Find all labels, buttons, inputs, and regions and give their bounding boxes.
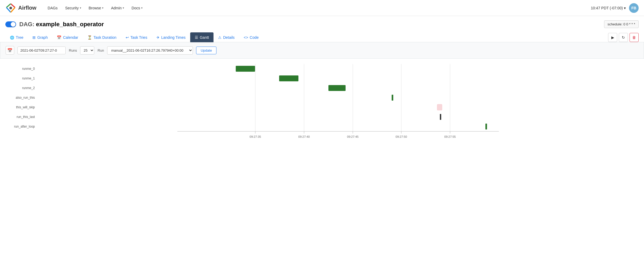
nav-item-browse[interactable]: Browse ▾ <box>85 4 107 12</box>
runs-select[interactable]: 25 <box>80 46 94 55</box>
brand-logo[interactable]: Airflow <box>5 3 36 13</box>
run-label: Run <box>98 48 104 52</box>
nav-item-dags[interactable]: DAGs <box>44 4 61 12</box>
bar-run-this-last[interactable] <box>440 114 441 120</box>
navbar: Airflow DAGs Security ▾ Browse ▾ Admin ▾… <box>0 0 644 16</box>
run-button[interactable]: ▶ <box>608 33 617 42</box>
tabs-bar: 🌐 runme_0 Tree ⊞ Graph 📅 Calendar ⏳ Task… <box>0 32 644 42</box>
gantt-svg: 09:27:35 09:27:40 09:27:45 09:27:50 09:2… <box>38 64 639 139</box>
nav-right: 10:47 PDT (-07:00) ▾ FB <box>591 3 639 13</box>
bar-runme-1[interactable] <box>279 75 298 81</box>
main-content: DAG: example_bash_operator schedule: 0 0… <box>0 16 644 148</box>
date-input[interactable] <box>17 47 66 54</box>
nav-item-docs[interactable]: Docs ▾ <box>128 4 146 12</box>
security-dropdown-arrow: ▾ <box>80 6 81 9</box>
bar-also-run-this[interactable] <box>392 95 393 101</box>
gantt-icon: ☰ <box>195 35 198 40</box>
tab-details[interactable]: ⚠ Details <box>214 32 239 42</box>
bar-runme-2[interactable] <box>328 85 346 91</box>
dag-title-row: DAG: example_bash_operator <box>5 21 104 28</box>
tab-calendar[interactable]: 📅 Calendar <box>52 32 83 42</box>
gantt-label-this-will-skip: this_will_skip <box>5 102 38 112</box>
svg-point-1 <box>9 7 12 9</box>
gantt-label-run-this-last: run_this_last <box>5 112 38 122</box>
bar-run-after-loop[interactable] <box>485 124 487 129</box>
gantt-labels: runme_0 runme_1 runme_2 also_run_this th… <box>5 64 38 139</box>
brand-name: Airflow <box>18 5 36 11</box>
avatar[interactable]: FB <box>629 3 639 13</box>
runs-label: Runs <box>69 48 77 52</box>
bar-this-will-skip[interactable] <box>437 104 442 110</box>
schedule-badge: schedule: 0 0 * * * <box>604 20 639 28</box>
gantt-label-runme-2: runme_2 <box>5 83 38 93</box>
nav-time[interactable]: 10:47 PDT (-07:00) ▾ <box>591 6 626 10</box>
svg-text:09:27:35: 09:27:35 <box>250 135 261 138</box>
gantt-container: runme_0 runme_1 runme_2 also_run_this th… <box>5 59 639 144</box>
dag-header: DAG: example_bash_operator schedule: 0 0… <box>5 20 639 28</box>
svg-text:09:27:40: 09:27:40 <box>298 135 310 138</box>
graph-icon: ⊞ <box>32 35 36 40</box>
svg-text:09:27:45: 09:27:45 <box>347 135 359 138</box>
nav-links: DAGs Security ▾ Browse ▾ Admin ▾ Docs ▾ <box>44 4 591 12</box>
task-duration-icon: ⏳ <box>87 35 92 40</box>
time-dropdown-arrow: ▾ <box>624 6 626 10</box>
delete-button[interactable]: 🗑 <box>630 33 639 42</box>
admin-dropdown-arrow: ▾ <box>123 6 124 9</box>
nav-item-admin[interactable]: Admin ▾ <box>108 4 127 12</box>
gantt-label-run-after-loop: run_after_loop <box>5 122 38 131</box>
tab-graph[interactable]: ⊞ Graph <box>28 32 52 42</box>
landing-times-icon: ✈ <box>156 35 160 40</box>
refresh-button[interactable]: ↻ <box>619 33 628 42</box>
calendar-picker-icon[interactable]: 📅 <box>6 46 14 55</box>
dag-toggle[interactable] <box>5 21 16 27</box>
tab-tree[interactable]: 🌐 runme_0 Tree <box>5 32 28 42</box>
run-select[interactable]: manual__2021-06-02T16:27:26.797940+00:00 <box>107 46 193 55</box>
bar-runme-0[interactable] <box>236 66 255 72</box>
gantt-chart-area: 09:27:35 09:27:40 09:27:45 09:27:50 09:2… <box>38 64 639 139</box>
tree-icon: 🌐 <box>10 36 14 40</box>
tab-task-tries[interactable]: ↩ Task Tries <box>121 32 152 42</box>
gantt-label-runme-1: runme_1 <box>5 74 38 83</box>
gantt-label-runme-0: runme_0 <box>5 64 38 74</box>
filters-bar: 📅 Runs 25 Run manual__2021-06-02T16:27:2… <box>0 42 644 59</box>
tab-landing-times[interactable]: ✈ Landing Times <box>152 32 190 42</box>
calendar-icon: 📅 <box>57 35 61 40</box>
browse-dropdown-arrow: ▾ <box>102 6 103 9</box>
svg-text:09:27:50: 09:27:50 <box>396 135 407 138</box>
airflow-logo-icon <box>5 3 16 13</box>
svg-text:09:27:55: 09:27:55 <box>444 135 456 138</box>
tabs: 🌐 runme_0 Tree ⊞ Graph 📅 Calendar ⏳ Task… <box>5 32 608 42</box>
docs-dropdown-arrow: ▾ <box>141 6 143 9</box>
code-icon: <> <box>244 35 248 40</box>
update-button[interactable]: Update <box>196 47 216 54</box>
tab-gantt[interactable]: ☰ Gantt <box>190 32 214 42</box>
nav-item-security[interactable]: Security ▾ <box>62 4 84 12</box>
gantt-label-also-run-this: also_run_this <box>5 93 38 102</box>
dag-title: DAG: example_bash_operator <box>19 21 104 28</box>
tab-task-duration[interactable]: ⏳ Task Duration <box>83 32 121 42</box>
details-icon: ⚠ <box>218 35 222 40</box>
tab-actions: ▶ ↻ 🗑 <box>608 33 639 42</box>
tab-code[interactable]: <> Code <box>239 32 263 42</box>
task-tries-icon: ↩ <box>126 35 129 40</box>
